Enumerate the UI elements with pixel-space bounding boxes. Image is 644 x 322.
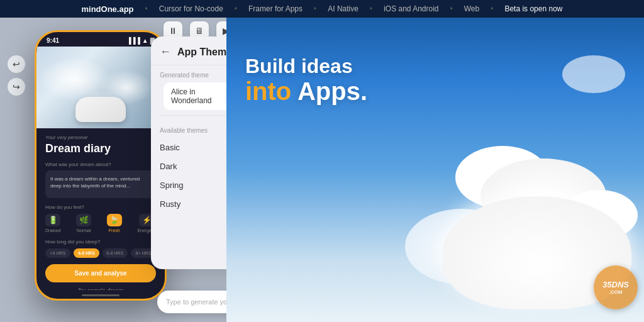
phone-status-icons: ▐▐▐ ▲ ▓	[127, 37, 155, 44]
mood-fresh[interactable]: 🍃 Fresh	[107, 214, 122, 233]
separator-3: •	[314, 4, 316, 13]
mood-drained[interactable]: 🔋 Drained	[45, 214, 61, 233]
hero-text: Build ideas into Apps.	[245, 55, 367, 105]
save-button[interactable]: Save and analyse	[45, 264, 156, 282]
normal-label: Normal	[77, 228, 91, 233]
hero-apps: Apps.	[297, 77, 367, 105]
nav-item-ios[interactable]: iOS and Android	[384, 4, 438, 13]
nav-item-web[interactable]: Web	[464, 4, 479, 13]
phone-dream-text[interactable]: It was a dream within a dream, ventured …	[45, 170, 156, 198]
phone-bottom-bar	[36, 290, 165, 299]
watermark-circle: 35DNS .COM	[594, 265, 638, 309]
fresh-label: Fresh	[109, 228, 120, 233]
separator-5: •	[450, 4, 453, 13]
theme-title: App Theme	[177, 47, 232, 58]
phone-question-2: How do you feel?	[45, 204, 156, 210]
drained-icon: 🔋	[45, 214, 60, 226]
nav-item-framer[interactable]: Framer for Apps	[248, 4, 303, 13]
undo-button[interactable]: ↩	[8, 55, 25, 73]
phone-subtitle: Your very personal	[45, 135, 156, 140]
basic-theme-name: Basic	[160, 143, 180, 152]
navbar: mindOne.app • Cursor for No-code • Frame…	[0, 0, 644, 18]
phone-time: 9:41	[47, 37, 59, 44]
phone-hero-image	[36, 47, 165, 128]
normal-icon: 🌿	[76, 214, 91, 226]
spring-theme-name: Spring	[160, 180, 184, 190]
watermark: 35DNS .COM	[594, 265, 638, 309]
cloud-5	[562, 55, 625, 93]
sleep-selector: <4 HRS 4-6 HRS 6-8 HRS 8+ HRS	[45, 248, 156, 258]
home-indicator	[82, 294, 119, 296]
signal-icon: ▐▐▐	[127, 37, 140, 44]
separator-1: •	[145, 4, 148, 13]
phone-inner: 9:41 ▐▐▐ ▲ ▓ Your very personal Dream di…	[36, 32, 165, 299]
hero-pillow	[75, 97, 126, 122]
back-icon[interactable]: ←	[160, 45, 171, 58]
phone-question-1: What was your dream about?	[45, 162, 156, 167]
rusty-theme-name: Rusty	[160, 199, 180, 209]
hero-line2: into Apps.	[245, 77, 367, 105]
mood-normal[interactable]: 🌿 Normal	[76, 214, 91, 233]
sleep-4to6[interactable]: 4-6 HRS	[74, 248, 99, 258]
right-panel: Build ideas into Apps. 35DNS .COM	[226, 18, 644, 322]
undo-redo-controls: ↩ ↪	[8, 55, 25, 96]
fresh-icon: 🍃	[107, 214, 122, 226]
beta-badge[interactable]: Beta is open now	[504, 4, 562, 13]
phone-mockup: 9:41 ▐▐▐ ▲ ▓ Your very personal Dream di…	[35, 30, 167, 301]
hero-into: into	[245, 77, 291, 105]
hero-line1: Build ideas	[245, 55, 367, 77]
nav-item-ai[interactable]: AI Native	[328, 4, 358, 13]
nav-item-nocode[interactable]: Cursor for No-code	[159, 4, 223, 13]
dark-theme-name: Dark	[160, 162, 177, 171]
brand-logo[interactable]: mindOne.app	[82, 4, 134, 14]
phone-title: Dream diary	[45, 142, 156, 155]
phone-content: Your very personal Dream diary What was …	[36, 128, 165, 290]
drained-label: Drained	[45, 228, 61, 233]
generated-theme-name: Alice in Wonderland	[171, 87, 232, 105]
phone-status-bar: 9:41 ▐▐▐ ▲ ▓	[36, 32, 165, 47]
main-content: ↩ ↪ 9:41 ▐▐▐ ▲ ▓	[0, 18, 644, 322]
wifi-icon: ▲	[142, 37, 148, 44]
left-panel: ↩ ↪ 9:41 ▐▐▐ ▲ ▓	[0, 18, 226, 322]
separator-4: •	[370, 4, 372, 13]
sleep-lt4[interactable]: <4 HRS	[45, 248, 70, 258]
redo-button[interactable]: ↪	[8, 78, 25, 96]
separator-2: •	[235, 4, 237, 13]
separator-6: •	[491, 4, 493, 13]
phone-question-3: How long did you sleep?	[45, 239, 156, 245]
mood-selector: 🔋 Drained 🌿 Normal 🍃 Fresh ⚡	[45, 214, 156, 233]
sleep-6to8[interactable]: 6-8 HRS	[103, 248, 128, 258]
